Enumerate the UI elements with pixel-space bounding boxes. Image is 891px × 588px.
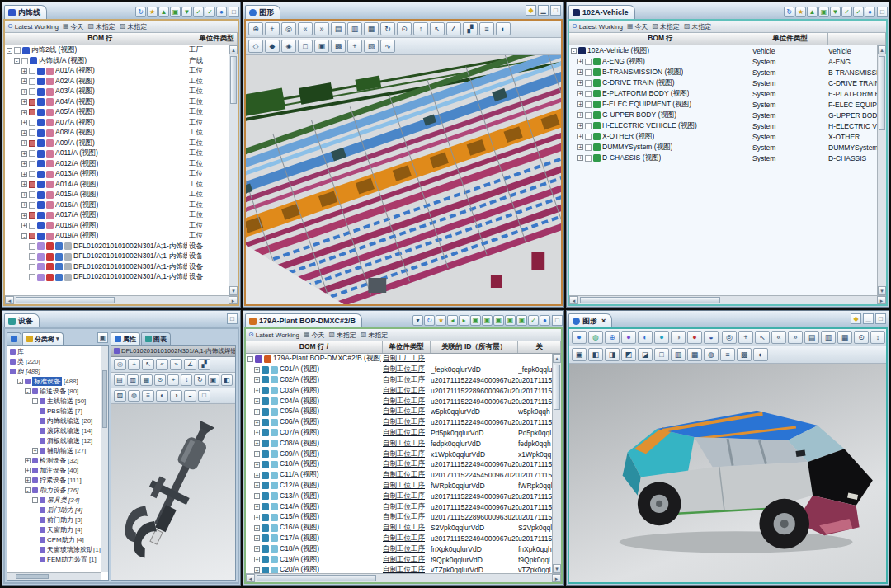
pin-icon[interactable]: ◆: [526, 5, 536, 16]
bop-tree-row[interactable]: +C20/A (视图)自制工位工序vTZpk0qqlurVdDvTZpk0qql: [246, 565, 552, 573]
checkbox[interactable]: [585, 144, 592, 151]
pin-icon[interactable]: ◆: [851, 313, 861, 324]
checkbox[interactable]: [29, 243, 35, 250]
class-tree-item[interactable]: PBS输送[7]: [8, 406, 101, 416]
bop-tree-row[interactable]: +C10/A (视图)自制工位工序u2017111522494000967u20…: [246, 459, 552, 470]
fly-icon[interactable]: ↕: [870, 331, 885, 344]
view-front-icon[interactable]: ▥: [821, 331, 836, 344]
scroll-thumb[interactable]: [554, 365, 560, 410]
expand-toggle-icon[interactable]: +: [578, 144, 583, 150]
expand-toggle-icon[interactable]: +: [21, 161, 27, 167]
bom-tree-row[interactable]: +A017/A (视图)工位: [5, 210, 229, 221]
scroll-thumb[interactable]: [257, 575, 376, 581]
view-top-icon[interactable]: ▤: [331, 22, 346, 35]
scroll-thumb[interactable]: [102, 370, 107, 428]
checkbox[interactable]: [29, 68, 35, 74]
bop-tree-row[interactable]: +C17/A (视图)自制工位工序u2017111522494000967u20…: [246, 534, 552, 544]
layers-icon[interactable]: ≡: [479, 22, 494, 35]
class-tree-item[interactable]: 滑板线输送[12]: [8, 435, 101, 445]
expand-toggle-icon[interactable]: +: [578, 101, 583, 107]
pan-icon[interactable]: +: [738, 331, 753, 344]
measure-icon[interactable]: ∠: [184, 359, 196, 370]
select-icon[interactable]: ↖: [142, 359, 154, 370]
bom-tree-row[interactable]: +F-ELEC EQUIPMENT (视图)SystemF-ELEC EQUIP…: [569, 99, 877, 110]
restore-button[interactable]: □: [227, 313, 238, 324]
expand-toggle-icon[interactable]: +: [254, 377, 260, 383]
restore-button[interactable]: □: [550, 5, 561, 16]
bop-tree-row[interactable]: +C01/A (视图)自制工位工序_fepk0qqlurVdD_fepk0qql…: [246, 365, 552, 375]
shade-b-icon[interactable]: ◑: [170, 390, 182, 402]
section-icon[interactable]: ▞: [463, 22, 478, 35]
class-tree-item[interactable]: 天窗玻璃涂胶助力[1]: [8, 544, 101, 554]
apply-icon[interactable]: ✓: [193, 7, 204, 17]
pan-icon[interactable]: +: [128, 359, 140, 370]
shaded-icon[interactable]: ◆: [265, 40, 280, 53]
flagged-checkbox[interactable]: [29, 233, 35, 239]
back-icon[interactable]: ◂: [447, 315, 458, 326]
expand-toggle-icon[interactable]: +: [254, 525, 260, 531]
checkbox[interactable]: [585, 101, 592, 108]
checkbox[interactable]: [585, 59, 592, 65]
p3-revision-rule-bar[interactable]: ⊙Latest Working▦今天▧未指定▨未指定: [569, 21, 886, 33]
expand-toggle-icon[interactable]: +: [578, 123, 583, 129]
scroll-thumb[interactable]: [16, 297, 115, 303]
tab-properties[interactable]: 属性: [111, 332, 140, 345]
expand-toggle-icon[interactable]: +: [21, 181, 27, 187]
expand-toggle-icon[interactable]: +: [25, 477, 31, 483]
p5-vertical-scrollbar[interactable]: ▴ ▾: [552, 354, 561, 573]
fit-icon[interactable]: ▣: [572, 348, 587, 361]
expand-toggle-icon[interactable]: +: [578, 134, 583, 139]
expand-toggle-icon[interactable]: +: [25, 468, 31, 473]
bop-tree-row[interactable]: +C16/A (视图)自制工位工序S2Vpk0qqlurVdDS2Vpk0qql: [246, 523, 552, 534]
bom-tree-row[interactable]: -102A-Vehicle (视图)VehicleVehicle: [569, 45, 877, 56]
p3-vertical-scrollbar[interactable]: ▴ ▾: [877, 45, 886, 295]
column-extra[interactable]: [828, 33, 886, 45]
expand-toggle-icon[interactable]: +: [578, 112, 583, 118]
user-icon[interactable]: ●: [540, 315, 550, 326]
expand-toggle-icon[interactable]: -: [25, 388, 31, 394]
next-view-icon[interactable]: »: [170, 359, 182, 370]
bop-tree-row[interactable]: +C07/A (视图)自制工位工序Pd5pk0qqlurVdDPd5pk0qql: [246, 428, 552, 439]
checkbox[interactable]: [29, 253, 35, 260]
measure-icon[interactable]: ∠: [887, 331, 888, 344]
pack-icon[interactable]: ▣: [170, 7, 181, 17]
bop-tree-row[interactable]: +C08/A (视图)自制工位工序fedpk0qqlurVdDfedpk0qqh: [246, 438, 552, 449]
layers-icon[interactable]: ≡: [142, 390, 154, 402]
bom-tree-row[interactable]: +A015/A (视图)工位: [5, 190, 229, 200]
restore-button[interactable]: □: [875, 313, 886, 324]
center-icon[interactable]: ⊙: [397, 22, 412, 35]
checkbox[interactable]: [585, 155, 592, 162]
scroll-down-button[interactable]: ▾: [553, 564, 561, 573]
checkbox[interactable]: [29, 202, 35, 209]
restore-button[interactable]: □: [229, 7, 239, 17]
ghost-icon[interactable]: ◍: [704, 348, 719, 361]
expand-toggle-icon[interactable]: +: [254, 451, 260, 457]
prev-view-icon[interactable]: «: [771, 331, 786, 344]
expand-toggle-icon[interactable]: +: [21, 130, 27, 136]
layers-icon[interactable]: ≡: [720, 348, 735, 361]
tab-graphics[interactable]: 图表: [141, 332, 171, 345]
bom-tree-row[interactable]: -A019/A (视图)工位: [5, 231, 229, 242]
checkbox[interactable]: [29, 223, 35, 229]
view-front-icon[interactable]: ▥: [127, 374, 139, 386]
expand-toggle-icon[interactable]: +: [578, 80, 583, 86]
class-tree-item[interactable]: 类[220]: [8, 356, 101, 366]
class-tree-item[interactable]: 天窗助力[4]: [8, 524, 101, 534]
bom-tree-row[interactable]: +A02/A (视图)工位: [5, 77, 229, 87]
scroll-right-button[interactable]: ▸: [552, 574, 561, 582]
purple-sphere-icon[interactable]: ●: [621, 331, 636, 344]
bop-tree-row[interactable]: +C06/A (视图)自制工位工序u2017111522494000967u20…: [246, 417, 552, 428]
class-tree-item[interactable]: 组[488]: [8, 366, 101, 376]
restore-button[interactable]: □: [877, 7, 888, 17]
expand-toggle-icon[interactable]: +: [578, 59, 583, 64]
scroll-up-button[interactable]: ▴: [229, 45, 238, 54]
class-tree-item[interactable]: 库: [8, 346, 101, 356]
next-view-icon[interactable]: »: [314, 22, 329, 35]
checkbox[interactable]: [14, 47, 21, 54]
apply-icon[interactable]: ✓: [528, 315, 539, 326]
class-tree-item[interactable]: 内饰线输送[20]: [8, 416, 101, 426]
pane-menu-button[interactable]: ▣: [97, 332, 108, 343]
class-tree-item[interactable]: CPM助力[4]: [8, 534, 101, 544]
class-tree-item[interactable]: 前门助力[3]: [8, 515, 101, 524]
scroll-right-button[interactable]: ▸: [877, 296, 886, 304]
